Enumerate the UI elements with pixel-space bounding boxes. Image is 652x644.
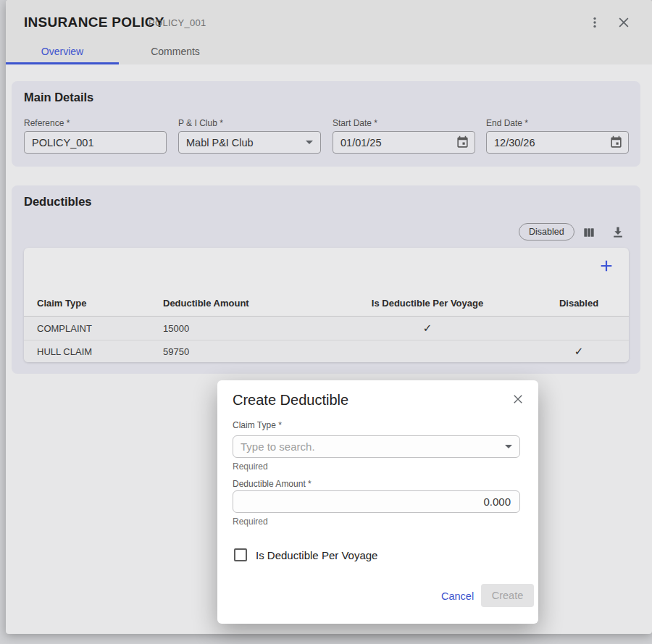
tab-overview[interactable]: Overview [6, 38, 119, 64]
checkbox-icon[interactable] [234, 548, 247, 561]
table-header-row: Claim Type Deductible Amount Is Deductib… [24, 290, 629, 317]
reference-input[interactable] [24, 131, 167, 154]
plus-icon[interactable] [598, 258, 614, 274]
claim-type-field [233, 435, 520, 458]
chevron-down-icon [306, 141, 313, 144]
deductibles-table: Claim Type Deductible Amount Is Deductib… [24, 248, 629, 362]
dialog-title: INSURANCE POLICY [24, 14, 164, 30]
dialog-subtitle: POLICY_001 [149, 17, 206, 28]
cell-claim-type: COMPLAINT [24, 323, 163, 334]
download-icon[interactable] [611, 225, 625, 240]
end-date-label: End Date * [486, 118, 629, 128]
more-vert-icon[interactable] [587, 14, 603, 30]
claim-type-label: Claim Type * [233, 420, 282, 430]
start-date-label: Start Date * [333, 118, 475, 128]
deductible-amount-helper: Required [233, 517, 268, 527]
close-icon[interactable] [616, 14, 632, 30]
reference-field: Reference * [24, 118, 167, 154]
pi-club-value: Mabl P&I Club [186, 137, 254, 149]
end-date-field: End Date * [486, 118, 629, 154]
deductible-amount-field [233, 490, 520, 513]
check-icon: ✓ [496, 345, 629, 358]
deductibles-section: Deductibles Disabled Claim Type Deductib… [12, 185, 640, 374]
col-is-deductible-per-voyage: Is Deductible Per Voyage [359, 298, 496, 309]
check-icon: ✓ [359, 322, 496, 335]
pi-club-select[interactable]: Mabl P&I Club [178, 131, 321, 154]
cell-claim-type: HULL CLAIM [24, 346, 163, 357]
dialog-header: INSURANCE POLICY POLICY_001 Overview Com… [6, 0, 652, 64]
col-claim-type: Claim Type [24, 298, 163, 309]
main-details-section: Main Details Reference * P & I Club * Ma… [12, 81, 640, 167]
disabled-chip-label: Disabled [529, 227, 564, 237]
close-icon[interactable] [511, 393, 524, 406]
table-row[interactable]: COMPLAINT 15000 ✓ [24, 317, 629, 340]
tab-comments-label: Comments [151, 46, 200, 57]
start-date-input[interactable] [333, 131, 475, 154]
chevron-down-icon[interactable] [505, 445, 512, 448]
tab-overview-label: Overview [41, 46, 83, 57]
deductibles-title: Deductibles [24, 195, 92, 209]
disabled-filter-chip[interactable]: Disabled [519, 223, 574, 241]
is-deductible-per-voyage-checkbox[interactable]: Is Deductible Per Voyage [234, 548, 377, 561]
cell-deductible-amount: 15000 [163, 323, 359, 334]
end-date-input[interactable] [486, 131, 629, 154]
create-deductible-modal: Create Deductible Claim Type * Required … [217, 380, 538, 624]
tab-comments[interactable]: Comments [119, 38, 232, 64]
col-disabled: Disabled [496, 298, 629, 309]
main-details-title: Main Details [24, 91, 93, 104]
start-date-field: Start Date * [333, 118, 475, 154]
reference-label: Reference * [24, 118, 167, 128]
table-row[interactable]: HULL CLAIM 59750 ✓ [24, 340, 629, 362]
columns-icon[interactable] [582, 225, 596, 240]
create-button[interactable]: Create [481, 584, 534, 607]
pi-club-label: P & I Club * [178, 118, 321, 128]
checkbox-label: Is Deductible Per Voyage [256, 549, 377, 561]
cancel-button[interactable]: Cancel [437, 589, 478, 603]
screen: INSURANCE POLICY POLICY_001 Overview Com… [0, 0, 652, 644]
pi-club-field: P & I Club * Mabl P&I Club [178, 118, 321, 154]
claim-type-search-input[interactable] [233, 435, 520, 458]
calendar-icon[interactable] [609, 135, 623, 149]
deductible-amount-input[interactable] [233, 490, 520, 513]
calendar-icon[interactable] [456, 135, 469, 149]
modal-title: Create Deductible [233, 392, 348, 409]
deductible-amount-label: Deductible Amount * [233, 479, 312, 489]
claim-type-helper: Required [233, 461, 268, 472]
tab-bar: Overview Comments [6, 38, 232, 64]
cell-deductible-amount: 59750 [163, 346, 359, 357]
col-deductible-amount: Deductible Amount [163, 298, 359, 309]
